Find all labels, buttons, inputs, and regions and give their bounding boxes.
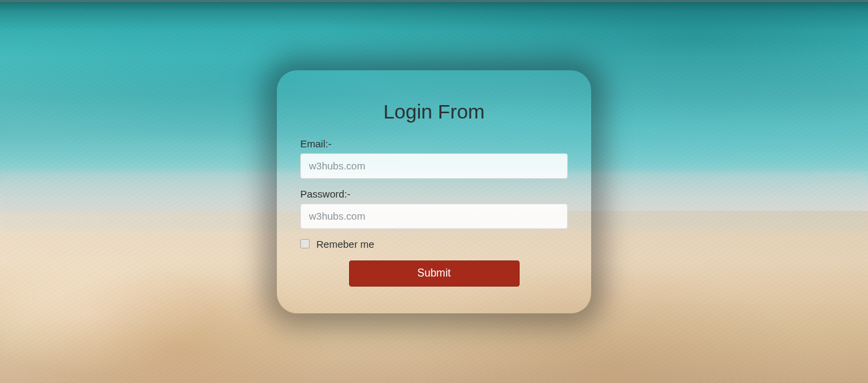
email-label: Email:- (300, 138, 568, 149)
password-field[interactable] (300, 204, 568, 229)
password-label: Password:- (300, 188, 568, 200)
remember-row: Remeber me (300, 238, 568, 250)
form-title: Login From (300, 100, 568, 123)
email-field[interactable] (300, 153, 568, 179)
login-form: Login From Email:- Password:- Remeber me… (277, 70, 591, 313)
email-group: Email:- (300, 138, 568, 179)
remember-label[interactable]: Remeber me (316, 238, 374, 250)
password-group: Password:- (300, 188, 568, 229)
remember-checkbox[interactable] (300, 239, 310, 248)
submit-row: Submit (300, 260, 568, 287)
submit-button[interactable]: Submit (349, 260, 520, 287)
center-container: Login From Email:- Password:- Remeber me… (0, 0, 868, 383)
